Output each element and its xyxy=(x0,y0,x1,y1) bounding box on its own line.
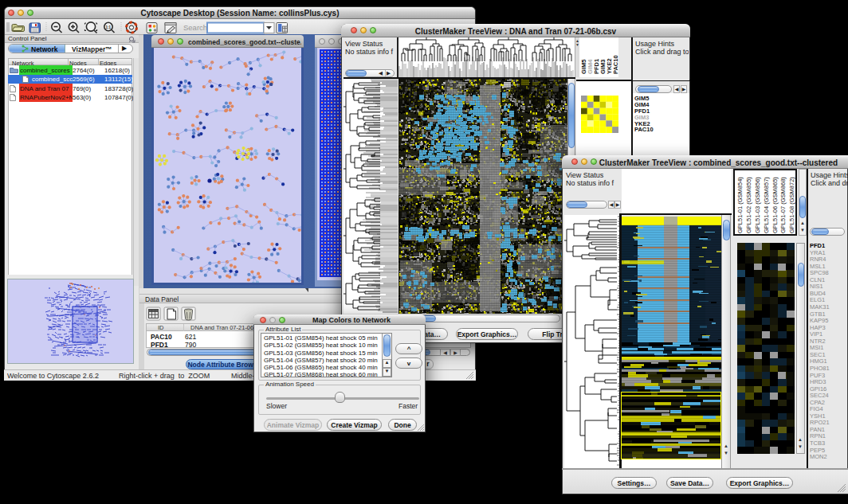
svg-text:1:1: 1:1 xyxy=(106,25,112,29)
svg-text:Search:: Search: xyxy=(183,23,210,32)
